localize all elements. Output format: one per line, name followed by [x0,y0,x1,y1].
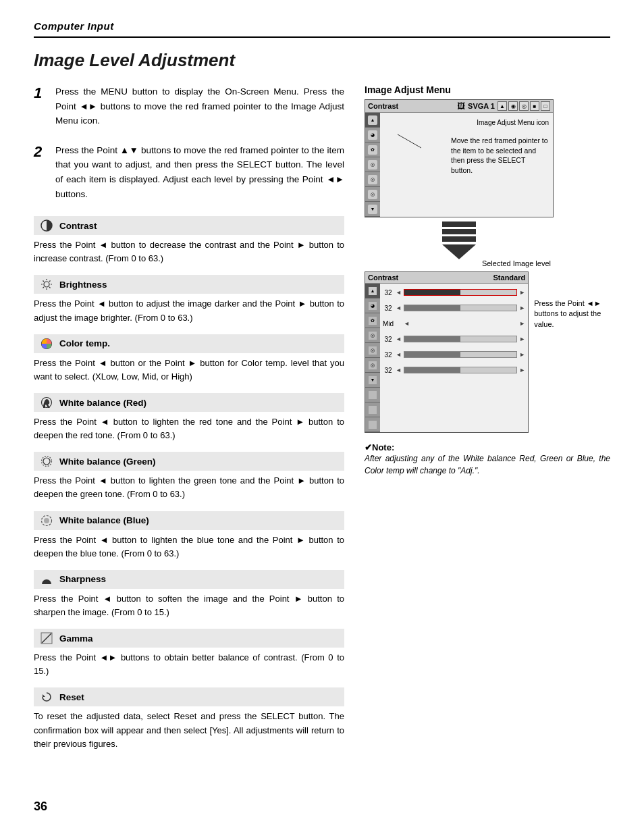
arrow-triangle [442,244,476,259]
sidebar-item-7: ▼ [365,202,380,217]
feature-contrast: Contrast Press the Point ◄ button to dec… [34,216,344,265]
menu-top-bar: Contrast 🖼 SVGA 1 ▲ ◉ ◎ ■ □ [365,100,553,113]
menu-sidebar-rows: ▲ ◕ ✿ ◎ ◎ ◎ ▼ Image Adjust Menu icon [365,113,553,217]
sidebar-icon-2: ◕ [368,130,377,140]
feature-gamma-title: Gamma [59,633,93,644]
feature-sharpness: Sharpness Press the Point ◄ button to so… [34,570,344,619]
menu2-sidebar-1: ▲ [365,284,380,298]
menu2-body: ▲ ◕ ✿ ◎ ◎ [365,284,528,432]
feature-wb-red: White balance (Red) Press the Point ◄ bu… [34,393,344,442]
menu2-top-right: Standard [493,273,526,282]
sidebar-item-4: ◎ [365,157,380,172]
feature-contrast-desc: Press the Point ◄ button to decrease the… [34,238,344,265]
menu-icon-4: ■ [530,101,539,111]
left-arrow-1: ◄ [396,289,402,296]
left-column: 1 Press the MENU button to display the O… [34,84,344,760]
feature-color-temp-desc: Press the Point ◄ button or the Point ► … [34,357,344,384]
feature-contrast-title: Contrast [59,221,97,231]
menu2-row-4: 32 ◄ ► [383,332,525,346]
feature-wb-green-title: White balance (Green) [59,457,156,467]
menu2-icon-8 [369,391,377,399]
feature-brightness-desc: Press the Point ◄ button to adjust the i… [34,297,344,324]
svg-point-13 [43,458,50,465]
page: Computer Input Image Level Adjustment 1 … [0,0,644,834]
menu2-row-2: 32 ◄ ► [383,301,525,315]
wb-red-icon [39,395,54,410]
menu-top-bar-right-label: SVGA 1 [468,102,495,110]
left-arrow-6: ◄ [396,367,402,373]
menu2-sidebar-8 [365,388,380,402]
bar-4 [404,336,517,342]
sidebar-item-2: ◕ [365,128,380,142]
bar-6 [404,367,517,373]
sidebar-item-3: ✿ [365,142,380,157]
menu2-row-3: Mid ◄ ► [383,316,525,331]
sidebar-item-1: ▲ [365,113,380,128]
note-section: ✔Note: After adjusting any of the White … [365,442,610,477]
bar-fill-2 [404,305,460,311]
feature-wb-blue-header: White balance (Blue) [34,511,344,530]
step-1: 1 Press the MENU button to display the O… [34,84,344,128]
menu2-top-left: Contrast [368,273,398,282]
page-title: Image Level Adjustment [34,50,610,71]
feature-wb-green-header: White balance (Green) [34,452,344,471]
left-arrow-3: ◄ [404,320,410,327]
right-arrow-5: ► [519,351,525,358]
feature-reset-desc: To reset the adjusted data, select Reset… [34,710,344,750]
right-column: Image Adjust Menu Contrast 🖼 SVGA 1 ▲ ◉ … [365,84,610,760]
reset-icon [39,689,54,704]
feature-gamma: Gamma Press the Point ◄► buttons to obta… [34,629,344,678]
menu-icon-2: ◉ [508,101,518,111]
brightness-icon [39,277,54,292]
svg-point-15 [44,518,49,523]
menu2-val-6: 32 [383,367,394,374]
menu2-sidebar-9 [365,402,380,417]
menu2-sidebar: ▲ ◕ ✿ ◎ ◎ [365,284,380,432]
svg-point-1 [44,282,49,287]
sidebar-item-6: ◎ [365,187,380,202]
menu2-val-1: 32 [383,289,394,296]
menu2-top-bar: Contrast Standard [365,272,528,284]
feature-wb-red-desc: Press the Point ◄ button to lighten the … [34,415,344,442]
feature-color-temp-header: Color temp. [34,334,344,353]
svg-line-7 [49,287,51,288]
feature-gamma-header: Gamma [34,629,344,648]
menu2-content: 32 ◄ ► 32 ◄ [380,284,528,432]
feature-contrast-header: Contrast [34,216,344,235]
sidebar-icon-6: ◎ [368,190,377,199]
svg-marker-18 [43,694,45,697]
left-arrow-2: ◄ [396,305,402,311]
menu-box-2: Contrast Standard ▲ ◕ ✿ [365,271,529,433]
feature-wb-blue-desc: Press the Point ◄ button to lighten the … [34,533,344,561]
feature-wb-red-title: White balance (Red) [59,398,146,408]
feature-brightness-title: Brightness [59,280,107,290]
menu-top-bar-left: Contrast [368,102,454,110]
feature-wb-green: White balance (Green) Press the Point ◄ … [34,452,344,501]
bar-fill-6 [404,367,460,373]
feature-reset-header: Reset [34,687,344,706]
feature-wb-green-desc: Press the Point ◄ button to lighten the … [34,474,344,501]
svg-line-8 [49,281,51,282]
svg-line-9 [43,287,45,288]
menu2-icon-1: ▲ [369,287,377,295]
wb-green-icon [39,454,54,469]
arrow-lines [442,221,476,242]
arrow-bar-3 [442,236,476,242]
menu2-sidebar-2: ◕ [365,298,380,313]
note-text: After adjusting any of the White balance… [365,452,610,477]
sharpness-icon [39,572,54,587]
feature-gamma-desc: Press the Point ◄► buttons to obtain bet… [34,651,344,678]
sidebar-icon-3: ✿ [368,145,377,155]
menu2-row-6: 32 ◄ ► [383,363,525,377]
menu2-icon-10 [369,421,377,429]
menu2-val-2: 32 [383,305,394,312]
bar-1 [404,289,517,296]
sidebar-icon-1: ▲ [368,115,377,125]
menu2-sidebar-7: ▼ [365,373,380,388]
menu-sidebar: ▲ ◕ ✿ ◎ ◎ ◎ ▼ [365,113,380,217]
step-2-text: Press the Point ▲▼ buttons to move the r… [55,143,344,201]
menu2-sidebar-4: ◎ [365,328,380,343]
feature-wb-blue: White balance (Blue) Press the Point ◄ b… [34,511,344,561]
contrast-icon [39,218,54,233]
menu2-row-1: 32 ◄ ► [383,285,525,300]
